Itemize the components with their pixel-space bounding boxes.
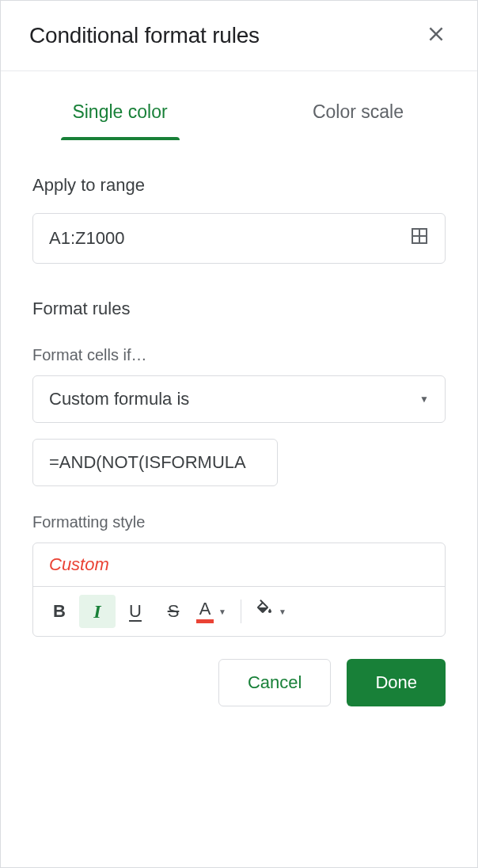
formula-input[interactable]: =AND(NOT(ISFORMULA <box>32 439 278 486</box>
close-button[interactable] <box>423 23 449 48</box>
strikethrough-button[interactable]: S <box>155 595 192 628</box>
italic-button[interactable]: I <box>79 595 116 628</box>
condition-value: Custom formula is <box>49 389 189 409</box>
close-icon <box>426 24 446 48</box>
condition-dropdown[interactable]: Custom formula is ▼ <box>32 375 446 423</box>
text-color-button[interactable]: A ▼ <box>193 595 230 628</box>
panel-title: Conditional format rules <box>29 23 260 48</box>
underline-button[interactable]: U <box>117 595 154 628</box>
tab-single-color[interactable]: Single color <box>1 87 239 140</box>
bold-button[interactable]: B <box>41 595 78 628</box>
formatting-style-label: Formatting style <box>32 513 446 531</box>
apply-range-label: Apply to range <box>32 175 446 196</box>
format-toolbar: B I U S A ▼ ▼ <box>33 587 445 636</box>
cancel-button[interactable]: Cancel <box>218 659 331 706</box>
text-color-icon: A <box>199 600 211 618</box>
format-rules-label: Format rules <box>32 299 446 319</box>
style-box: Custom B I U S A ▼ ▼ <box>32 542 446 637</box>
condition-label: Format cells if… <box>32 346 446 364</box>
chevron-down-icon: ▼ <box>218 607 226 616</box>
tabs: Single color Color scale <box>1 71 477 140</box>
chevron-down-icon: ▼ <box>419 394 429 405</box>
grid-icon <box>410 227 429 250</box>
style-preview[interactable]: Custom <box>33 543 445 587</box>
fill-color-button[interactable]: ▼ <box>252 595 289 628</box>
range-value: A1:Z1000 <box>49 228 124 249</box>
chevron-down-icon: ▼ <box>279 607 286 616</box>
toolbar-divider <box>241 600 241 623</box>
range-input[interactable]: A1:Z1000 <box>32 213 446 264</box>
done-button[interactable]: Done <box>347 659 446 706</box>
tab-color-scale[interactable]: Color scale <box>239 87 477 140</box>
paint-bucket-icon <box>255 600 274 623</box>
text-color-indicator <box>196 619 214 623</box>
